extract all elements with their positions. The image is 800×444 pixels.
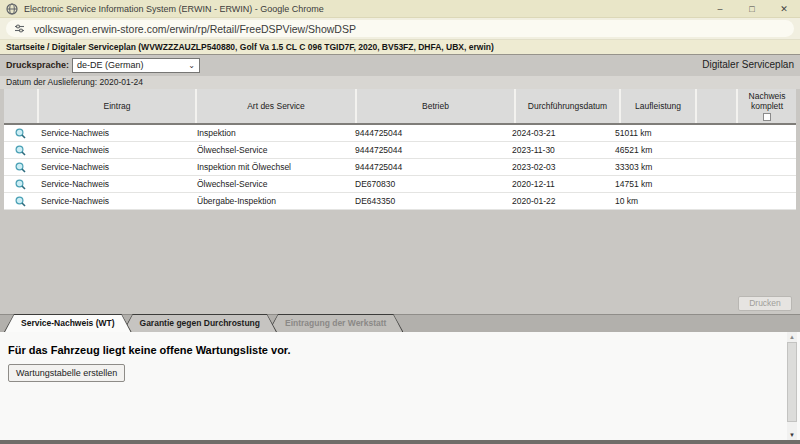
cell-eintrag: Service-Nachweis [37,125,193,141]
cell-datum: 2023-02-03 [508,159,611,175]
tab-content-panel: Für das Fahrzeug liegt keine offene Wart… [0,332,800,440]
window-titlebar: Electronic Service Information System (E… [0,0,800,18]
tab-bar: Service-Nachweis (WT) Garantie gegen Dur… [0,314,800,332]
minimize-button[interactable]: – [704,0,736,17]
cell-laufleistung: 46521 km [611,142,685,158]
browser-window: Electronic Service Information System (E… [0,0,800,444]
tab-label: Eintragung der Werkstatt [268,314,403,332]
page-title: Digitaler Serviceplan [702,59,794,70]
cell-eintrag: Service-Nachweis [37,159,193,175]
breadcrumb: Startseite / Digitaler Serviceplan (WVWZ… [0,40,800,55]
cell-datum: 2024-03-21 [508,125,611,141]
chevron-down-icon: ⌄ [188,59,195,72]
service-table: Eintrag Art des Service Betrieb Durchfüh… [4,89,796,210]
cell-spacer [685,125,724,141]
scroll-up-icon[interactable]: ▲ [787,332,797,342]
print-button[interactable]: Drucken [738,296,792,311]
url-field[interactable]: volkswagen.erwin-store.com/erwin/rp/Reta… [6,20,794,37]
window-bottom-edge [0,440,800,444]
maximize-button[interactable]: □ [736,0,768,17]
cell-betrieb: DE643350 [351,193,508,209]
no-maintenance-message: Für das Fahrzeug liegt keine offene Wart… [8,344,291,356]
tab-label: Service-Nachweis (WT) [4,314,132,332]
cell-nachweis [724,193,796,209]
tab-garantie-durchrostung[interactable]: Garantie gegen Durchrostung [123,314,277,332]
cell-datum: 2023-11-30 [508,142,611,158]
header-betrieb: Betrieb [357,89,514,123]
nachweis-komplett-checkbox[interactable] [763,113,771,121]
header-nachweis-komplett: Nachweis komplett [738,89,796,123]
table-row: Service-Nachweis Inspektion mit Ölwechse… [4,159,796,176]
cell-spacer [685,142,724,158]
print-language-select[interactable]: de-DE (German) ⌄ [72,58,200,73]
tune-icon[interactable] [14,23,25,34]
header-art-des-service: Art des Service [197,89,355,123]
scroll-down-icon[interactable]: ▼ [787,430,797,440]
toolbar: Drucksprache: de-DE (German) ⌄ Digitaler… [0,56,800,76]
print-language-label: Drucksprache: [6,60,69,70]
cell-eintrag: Service-Nachweis [37,176,193,192]
delivery-date-row: Datum der Auslieferung: 2020-01-24 [0,76,800,89]
vertical-scrollbar[interactable]: ▲ ▼ [787,332,797,440]
delivery-date-label: Datum der Auslieferung: [6,77,97,87]
cell-spacer [685,176,724,192]
cell-betrieb: 9444725044 [351,125,508,141]
table-header-row: Eintrag Art des Service Betrieb Durchfüh… [4,89,796,125]
tab-eintragung-werkstatt[interactable]: Eintragung der Werkstatt [268,314,403,332]
cell-betrieb: 9444725044 [351,142,508,158]
cell-eintrag: Service-Nachweis [37,193,193,209]
cell-art: Inspektion [193,125,351,141]
magnifier-icon[interactable] [15,128,26,139]
header-nachweis-line1: Nachweis [749,91,786,101]
cell-betrieb: 9444725044 [351,159,508,175]
cell-spacer [685,159,724,175]
table-row: Service-Nachweis Ölwechsel-Service 94447… [4,142,796,159]
window-title: Electronic Service Information System (E… [24,4,324,14]
address-bar: volkswagen.erwin-store.com/erwin/rp/Reta… [0,18,800,40]
magnifier-icon[interactable] [15,145,26,156]
cell-datum: 2020-12-11 [508,176,611,192]
header-nachweis-line2: komplett [751,101,783,111]
cell-nachweis [724,176,796,192]
cell-art: Ölwechsel-Service [193,142,351,158]
table-row: Service-Nachweis Übergabe-Inspektion DE6… [4,193,796,210]
cell-spacer [685,193,724,209]
globe-icon [6,3,18,15]
cell-art: Ölwechsel-Service [193,176,351,192]
header-laufleistung: Laufleistung [621,89,695,123]
cell-laufleistung: 10 km [611,193,685,209]
header-eintrag: Eintrag [39,89,195,123]
header-icon-column [4,89,37,123]
magnifier-icon[interactable] [15,179,26,190]
tab-service-nachweis[interactable]: Service-Nachweis (WT) [4,314,132,332]
cell-nachweis [724,142,796,158]
cell-betrieb: DE670830 [351,176,508,192]
scrollbar-thumb[interactable] [787,342,797,422]
table-row: Service-Nachweis Ölwechsel-Service DE670… [4,176,796,193]
url-text: volkswagen.erwin-store.com/erwin/rp/Reta… [34,23,356,35]
delivery-date-value: 2020-01-24 [100,77,143,87]
table-row: Service-Nachweis Inspektion 9444725044 2… [4,125,796,142]
cell-nachweis [724,159,796,175]
cell-laufleistung: 51011 km [611,125,685,141]
header-spacer-column [697,89,736,123]
create-maintenance-table-button[interactable]: Wartungstabelle erstellen [8,364,125,382]
close-button[interactable]: ✕ [768,0,800,17]
cell-art: Inspektion mit Ölwechsel [193,159,351,175]
cell-eintrag: Service-Nachweis [37,142,193,158]
print-language-value: de-DE (German) [77,60,144,70]
magnifier-icon[interactable] [15,162,26,173]
tab-label: Garantie gegen Durchrostung [123,314,277,332]
cell-nachweis [724,125,796,141]
cell-datum: 2020-01-22 [508,193,611,209]
header-durchfuehrungsdatum: Durchführungsdatum [516,89,619,123]
cell-laufleistung: 14751 km [611,176,685,192]
cell-laufleistung: 33303 km [611,159,685,175]
magnifier-icon[interactable] [15,196,26,207]
cell-art: Übergabe-Inspektion [193,193,351,209]
window-controls: – □ ✕ [704,0,800,17]
